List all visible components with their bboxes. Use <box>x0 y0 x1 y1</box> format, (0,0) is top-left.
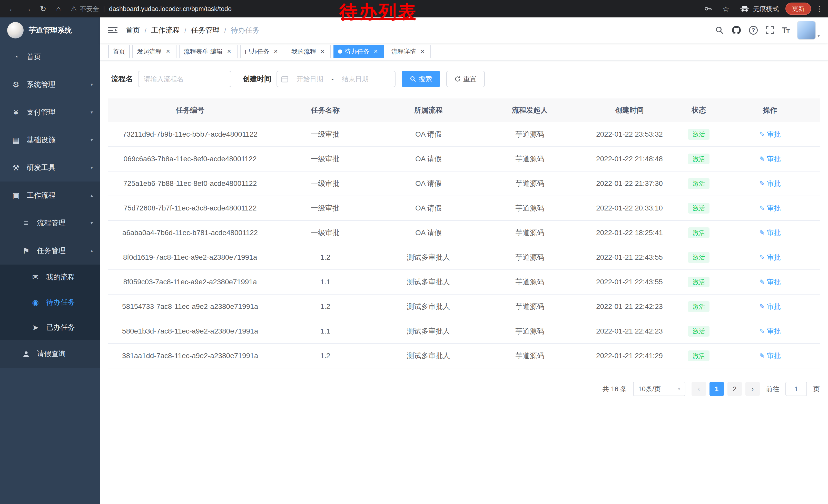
approve-link[interactable]: ✎ 审批 <box>759 154 781 164</box>
cell-actions: ✎ 审批 <box>720 171 820 196</box>
approve-link[interactable]: ✎ 审批 <box>759 277 781 287</box>
home-icon[interactable]: ⌂ <box>51 2 66 16</box>
close-icon[interactable]: × <box>372 48 380 55</box>
cell-task-id: 75d72608-7b7f-11ec-a3c8-acde48001122 <box>108 196 272 221</box>
approve-link[interactable]: ✎ 审批 <box>759 351 781 360</box>
sidebar-item-my-processes[interactable]: ✉ 我的流程 <box>0 265 100 290</box>
approve-link[interactable]: ✎ 审批 <box>759 179 781 188</box>
help-icon[interactable]: ? <box>749 26 758 35</box>
reload-icon[interactable]: ↻ <box>36 2 50 16</box>
create-time-label: 创建时间 <box>243 74 272 84</box>
tab-process-detail[interactable]: 流程详情 × <box>387 45 431 58</box>
cell-status: 激活 <box>677 245 720 270</box>
user-menu[interactable]: ▾ <box>797 21 820 40</box>
incognito-icon <box>740 5 749 12</box>
prev-page-icon[interactable]: ‹ <box>692 382 706 396</box>
search-button[interactable]: 搜索 <box>402 71 440 87</box>
cell-status: 激活 <box>677 270 720 294</box>
approve-link[interactable]: ✎ 审批 <box>759 228 781 237</box>
font-size-icon[interactable]: TT <box>782 26 789 35</box>
sidebar-item-done-tasks[interactable]: ➤ 已办任务 <box>0 315 100 340</box>
edit-icon: ✎ <box>759 155 765 163</box>
cell-created: 2022-01-22 20:33:10 <box>581 196 677 221</box>
cell-task-name: 1.1 <box>272 319 379 343</box>
reset-button[interactable]: 重置 <box>446 71 485 87</box>
tab-form-edit[interactable]: 流程表单-编辑 × <box>179 45 238 58</box>
app-logo-row[interactable]: 芋道管理系统 <box>0 17 100 43</box>
goto-label: 前往 <box>766 384 779 394</box>
start-date-input[interactable] <box>289 75 330 83</box>
tools-icon: ⚒ <box>10 163 22 172</box>
table-row: 75d72608-7b7f-11ec-a3c8-acde48001122 一级审… <box>108 196 820 221</box>
annotation-overlay: 待办列表 <box>340 2 418 22</box>
cell-process: OA 请假 <box>379 171 478 196</box>
sidebar-item-dev-tools[interactable]: ⚒ 研发工具 ▾ <box>0 154 100 182</box>
fullscreen-icon[interactable] <box>765 26 774 35</box>
sidebar-item-home[interactable]: ◔ 首页 <box>0 43 100 71</box>
cell-created: 2022-01-22 21:37:30 <box>581 171 677 196</box>
sidebar-item-infrastructure[interactable]: ▤ 基础设施 ▾ <box>0 126 100 154</box>
status-badge: 激活 <box>688 277 709 287</box>
process-name-input[interactable] <box>138 71 232 87</box>
breadcrumb-workflow[interactable]: 工作流程 <box>151 26 180 35</box>
page-button-1[interactable]: 1 <box>709 382 724 396</box>
next-page-icon[interactable]: › <box>745 382 760 396</box>
close-icon[interactable]: × <box>419 48 426 55</box>
breadcrumb-home[interactable]: 首页 <box>126 26 140 35</box>
cell-process: 测试多审批人 <box>379 319 478 343</box>
approve-link[interactable]: ✎ 审批 <box>759 130 781 139</box>
close-icon[interactable]: × <box>225 48 233 55</box>
sidebar-item-todo-tasks[interactable]: ◉ 待办任务 <box>0 290 100 315</box>
update-button[interactable]: 更新 <box>785 3 811 15</box>
sidebar-item-process-mgmt[interactable]: ≡ 流程管理 ▾ <box>0 209 100 237</box>
cell-process: OA 请假 <box>379 221 478 245</box>
cell-created: 2022-01-21 22:43:55 <box>581 245 677 270</box>
address-bar[interactable]: ⚠ 不安全 | dashboard.yudao.iocoder.cn/bpm/t… <box>71 5 232 13</box>
chevron-down-icon: ▾ <box>90 165 93 171</box>
cell-created: 2022-01-21 22:42:23 <box>581 319 677 343</box>
sidebar-collapse-icon[interactable] <box>108 27 118 34</box>
date-range-picker[interactable]: - <box>277 71 396 87</box>
search-icon[interactable] <box>715 26 724 35</box>
cell-task-id: 8f059c03-7ac8-11ec-a9e2-a2380e71991a <box>108 270 272 294</box>
sidebar-item-task-mgmt[interactable]: ⚑ 任务管理 ▴ <box>0 237 100 265</box>
approve-link[interactable]: ✎ 审批 <box>759 253 781 262</box>
browser-menu-icon[interactable]: ⋮ <box>816 5 823 13</box>
sidebar-nav: ◔ 首页 ⚙ 系统管理 ▾ ¥ 支付管理 ▾ ▤ 基础设施 ▾ <box>0 43 100 368</box>
status-badge: 激活 <box>688 351 709 361</box>
sidebar-item-workflow[interactable]: ▣ 工作流程 ▴ <box>0 182 100 209</box>
close-icon[interactable]: × <box>319 48 326 55</box>
close-icon[interactable]: × <box>272 48 280 55</box>
tab-my-processes[interactable]: 我的流程 × <box>287 45 331 58</box>
cell-task-name: 1.2 <box>272 294 379 319</box>
key-icon[interactable] <box>704 5 712 13</box>
end-date-input[interactable] <box>335 75 376 83</box>
goto-page-input[interactable] <box>785 382 807 396</box>
approve-link[interactable]: ✎ 审批 <box>759 302 781 311</box>
cell-task-id: 580e1b3d-7ac8-11ec-a9e2-a2380e71991a <box>108 319 272 343</box>
tab-start-process[interactable]: 发起流程 × <box>132 45 176 58</box>
edit-icon: ✎ <box>759 303 765 311</box>
tab-todo-tasks[interactable]: 待办任务 × <box>333 45 384 58</box>
page-size-select[interactable]: 10条/页 ▾ <box>633 382 686 396</box>
page-button-2[interactable]: 2 <box>728 382 742 396</box>
screen: ← → ↻ ⌂ ⚠ 不安全 | dashboard.yudao.iocoder.… <box>0 0 828 504</box>
tab-home[interactable]: 首页 <box>108 45 130 58</box>
forward-icon[interactable]: → <box>20 2 35 16</box>
cell-process: 测试多审批人 <box>379 270 478 294</box>
approve-link[interactable]: ✎ 审批 <box>759 203 781 213</box>
breadcrumb-task-mgmt[interactable]: 任务管理 <box>191 26 219 35</box>
sidebar-item-payment-mgmt[interactable]: ¥ 支付管理 ▾ <box>0 98 100 126</box>
table-row: 381aa1dd-7ac8-11ec-a9e2-a2380e71991a 1.2… <box>108 343 820 368</box>
cell-task-name: 1.2 <box>272 343 379 368</box>
github-icon[interactable] <box>732 26 741 35</box>
sidebar-item-system-mgmt[interactable]: ⚙ 系统管理 ▾ <box>0 71 100 98</box>
bookmark-star-icon[interactable]: ☆ <box>719 2 733 16</box>
approve-link[interactable]: ✎ 审批 <box>759 327 781 336</box>
back-icon[interactable]: ← <box>5 2 19 16</box>
sidebar-item-leave-query[interactable]: 请假查询 <box>0 340 100 368</box>
close-icon[interactable]: × <box>164 48 172 55</box>
cell-status: 激活 <box>677 294 720 319</box>
chevron-down-icon: ▾ <box>90 137 93 143</box>
tab-done-tasks[interactable]: 已办任务 × <box>240 45 284 58</box>
